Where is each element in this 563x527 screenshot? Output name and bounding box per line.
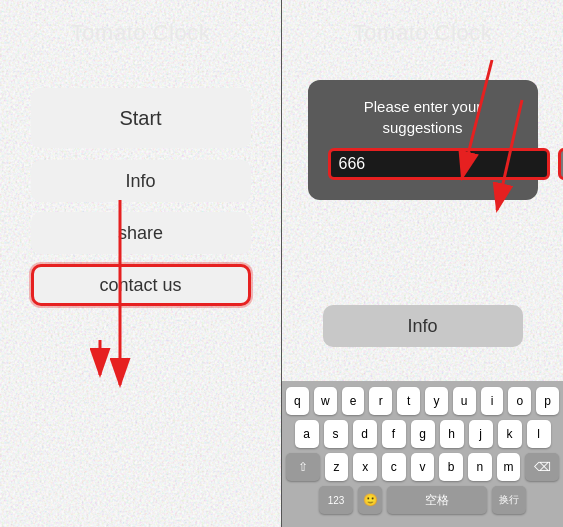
panel-divider	[281, 0, 282, 527]
modal-input-row: 提交	[328, 148, 518, 180]
submit-button[interactable]: 提交	[558, 148, 564, 180]
suggestion-input[interactable]	[328, 148, 550, 180]
right-panel: Tomato Clock Please enter your suggestio…	[282, 0, 563, 527]
info-button[interactable]: Info	[31, 160, 251, 202]
modal-title: Please enter your suggestions	[328, 96, 518, 138]
left-title: Tomato Clock	[71, 20, 210, 46]
share-button[interactable]: share	[31, 212, 251, 254]
modal-overlay: Please enter your suggestions 提交	[282, 0, 563, 527]
left-panel: Tomato Clock Start Info share contact us	[0, 0, 281, 527]
contact-button[interactable]: contact us	[31, 264, 251, 306]
suggestion-modal: Please enter your suggestions 提交	[308, 80, 538, 200]
start-button[interactable]: Start	[31, 88, 251, 148]
